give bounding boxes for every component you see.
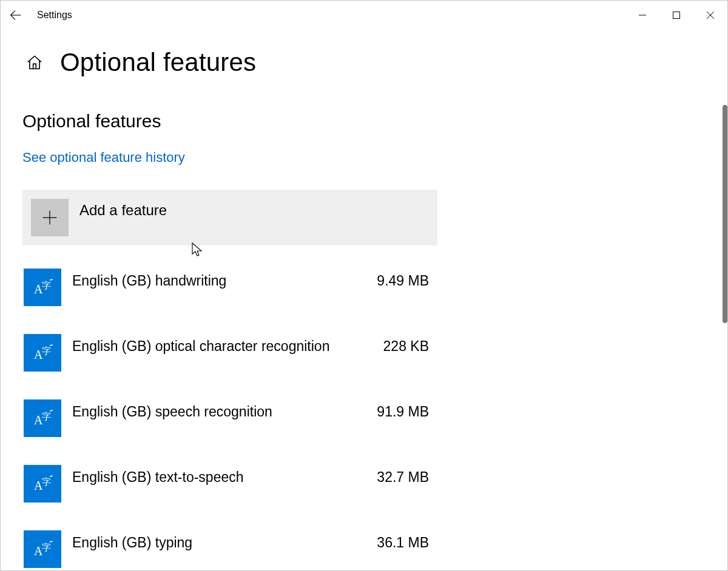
- feature-item[interactable]: A字English (GB) speech recognition91.9 MB: [22, 390, 437, 455]
- plus-icon: [41, 209, 59, 227]
- svg-text:字: 字: [42, 477, 51, 487]
- feature-name: English (GB) optical character recogniti…: [72, 338, 383, 355]
- minimize-icon: [638, 11, 647, 19]
- minimize-button[interactable]: [625, 1, 659, 30]
- feature-item[interactable]: A字English (GB) typing36.1 MB: [22, 521, 437, 570]
- plus-tile: [31, 199, 69, 236]
- scrollbar-thumb[interactable]: [723, 105, 727, 323]
- optional-features-section: Optional features See optional feature h…: [22, 111, 703, 570]
- page-header: Optional features: [22, 48, 703, 77]
- language-icon: A字: [24, 465, 61, 503]
- page-title: Optional features: [60, 48, 256, 77]
- feature-size: 36.1 MB: [377, 535, 429, 551]
- feature-size: 9.49 MB: [377, 273, 429, 289]
- feature-history-link[interactable]: See optional feature history: [22, 150, 185, 165]
- feature-name: English (GB) text-to-speech: [72, 469, 377, 486]
- svg-text:字: 字: [42, 281, 51, 290]
- language-icon: A字: [24, 334, 61, 372]
- feature-name: English (GB) speech recognition: [72, 404, 377, 420]
- close-icon: [706, 11, 715, 19]
- maximize-icon: [672, 11, 681, 19]
- feature-name: English (GB) typing: [72, 535, 377, 551]
- language-icon: A字: [24, 269, 61, 306]
- content-area: Optional features Optional features See …: [1, 30, 727, 570]
- add-feature-button[interactable]: Add a feature: [22, 190, 437, 245]
- back-button[interactable]: [1, 1, 30, 30]
- arrow-left-icon: [8, 8, 22, 22]
- close-button[interactable]: [693, 1, 727, 30]
- svg-rect-2: [673, 12, 680, 19]
- settings-window: Settings Optional featur: [0, 0, 728, 571]
- language-icon: A字: [24, 530, 61, 568]
- feature-size: 91.9 MB: [377, 404, 429, 420]
- feature-list: A字English (GB) handwriting9.49 MBA字Engli…: [22, 259, 437, 570]
- titlebar-left: Settings: [1, 1, 72, 30]
- feature-item[interactable]: A字English (GB) handwriting9.49 MB: [22, 259, 437, 324]
- language-icon: A字: [24, 399, 61, 437]
- add-feature-label: Add a feature: [79, 202, 167, 219]
- titlebar: Settings: [1, 1, 727, 30]
- home-button[interactable]: [22, 50, 47, 75]
- caption-buttons: [625, 1, 727, 30]
- home-icon: [26, 54, 43, 71]
- feature-name: English (GB) handwriting: [72, 273, 377, 289]
- feature-size: 228 KB: [383, 338, 429, 355]
- feature-size: 32.7 MB: [377, 469, 429, 486]
- svg-text:字: 字: [42, 412, 51, 421]
- window-title: Settings: [30, 1, 72, 30]
- page: Optional features Optional features See …: [1, 30, 727, 570]
- svg-text:字: 字: [42, 346, 51, 356]
- section-title: Optional features: [22, 111, 703, 132]
- svg-text:字: 字: [42, 543, 51, 552]
- maximize-button[interactable]: [659, 1, 693, 30]
- feature-item[interactable]: A字English (GB) text-to-speech32.7 MB: [22, 455, 437, 521]
- feature-item[interactable]: A字English (GB) optical character recogni…: [22, 324, 437, 390]
